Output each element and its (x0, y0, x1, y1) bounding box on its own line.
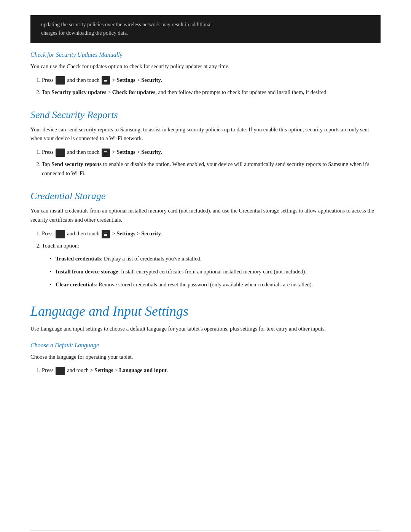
choose-default-language-intro: Choose the language for operating your t… (30, 353, 381, 362)
home-button-4 (56, 367, 65, 375)
credential-step-2: Touch an option: (42, 241, 381, 251)
send-security-reports-steps: Press and then touch ☰ > Settings > Secu… (42, 148, 381, 178)
check-security-updates-section: Check for Security Updates Manually You … (30, 51, 381, 97)
check-step-1: Press and then touch ☰ > Settings > Secu… (42, 76, 381, 85)
home-button-3 (56, 230, 65, 238)
credential-storage-section: Credential Storage You can install crede… (30, 190, 381, 289)
send-security-reports-section: Send Security Reports Your device can se… (30, 109, 381, 179)
credential-storage-bullets: Trusted credentials: Display a list of c… (49, 254, 381, 289)
menu-icon-3: ☰ (102, 230, 110, 238)
choose-default-language-section: Choose a Default Language Choose the lan… (30, 342, 381, 375)
send-step-1: Press and then touch ☰ > Settings > Secu… (42, 148, 381, 157)
menu-icon-1: ☰ (102, 76, 110, 85)
check-security-updates-heading: Check for Security Updates Manually (30, 51, 381, 58)
check-security-updates-steps: Press and then touch ☰ > Settings > Secu… (42, 76, 381, 97)
language-input-heading: Language and Input Settings (30, 303, 381, 319)
credential-storage-intro: You can install credentials from an opti… (30, 206, 381, 225)
bullet-trusted-credentials: Trusted credentials: Display a list of c… (49, 254, 381, 264)
menu-icon-2: ☰ (102, 149, 110, 157)
credential-storage-steps: Press and then touch ☰ > Settings > Secu… (42, 229, 381, 251)
language-input-intro: Use Language and input settings to choos… (30, 324, 381, 334)
home-button-2 (56, 149, 65, 157)
top-info-box: updating the security policies over the … (30, 15, 381, 43)
home-button-1 (56, 76, 65, 85)
check-step-2: Tap Security policy updates > Check for … (42, 88, 381, 97)
check-security-updates-intro: You can use the Check for updates option… (30, 62, 381, 71)
page-container: updating the security policies over the … (0, 15, 411, 532)
language-input-section: Language and Input Settings Use Language… (30, 303, 381, 375)
bullet-clear-credentials: Clear credentials: Remove stored credent… (49, 280, 381, 289)
send-step-2: Tap Send security reports to enable or d… (42, 160, 381, 178)
send-security-reports-heading: Send Security Reports (30, 109, 381, 121)
send-security-reports-intro: Your device can send security reports to… (30, 125, 381, 144)
choose-default-language-heading: Choose a Default Language (30, 342, 381, 349)
credential-step-1: Press and then touch ☰ > Settings > Secu… (42, 229, 381, 238)
credential-storage-heading: Credential Storage (30, 190, 381, 202)
top-box-line2: charges for downloading the policy data. (41, 30, 128, 36)
choose-default-language-steps: Press and touch > Settings > Language an… (42, 366, 381, 375)
content-area: Check for Security Updates Manually You … (0, 51, 411, 375)
bullet-install-from-storage: Install from device storage: Install enc… (49, 267, 381, 276)
page-footer: Settings 101 (30, 530, 381, 532)
top-box-line1: updating the security policies over the … (41, 22, 212, 27)
language-step-1: Press and touch > Settings > Language an… (42, 366, 381, 375)
